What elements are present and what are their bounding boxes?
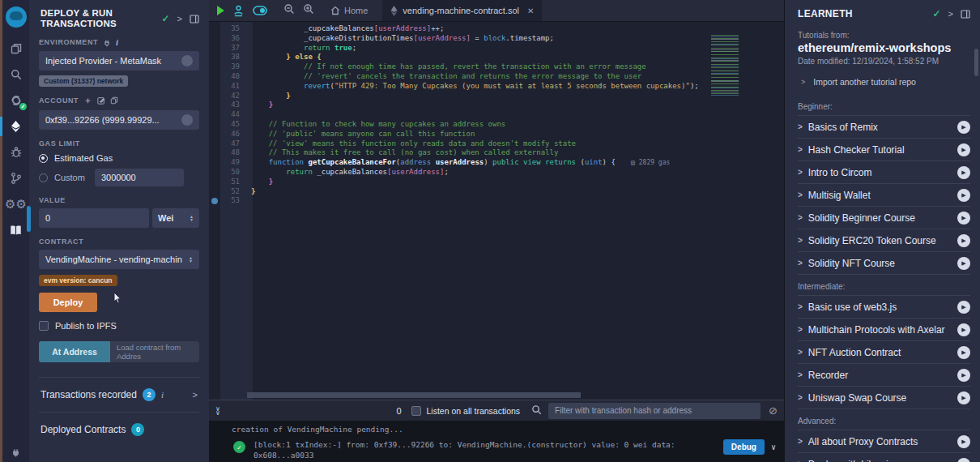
radio-estimated-gas[interactable]: [39, 154, 48, 163]
edit-account-icon[interactable]: [97, 96, 105, 105]
tutorial-item[interactable]: >Deploy with Libraries▶: [798, 453, 970, 462]
breakpoint-margin[interactable]: [209, 24, 220, 34]
deploy-run-icon[interactable]: [2, 113, 29, 139]
breakpoint-margin[interactable]: [209, 139, 220, 149]
account-select[interactable]: 0xf39...92266 (9999.99929...: [39, 110, 199, 130]
breakpoint-margin[interactable]: [209, 110, 220, 120]
solidity-compiler-icon[interactable]: ✓: [2, 88, 29, 113]
code-text[interactable]: // 'revert' cancels the transaction and …: [246, 72, 784, 82]
tutorial-item[interactable]: >All about Proxy Contracts▶: [798, 430, 970, 453]
play-icon[interactable]: ▶: [957, 346, 970, 359]
transactions-info-icon[interactable]: i: [161, 390, 164, 400]
code-text[interactable]: }: [246, 187, 784, 197]
line-number[interactable]: 42: [220, 92, 246, 101]
line-number[interactable]: 41: [220, 82, 246, 92]
code-text[interactable]: [246, 196, 784, 206]
play-icon[interactable]: ▶: [957, 166, 970, 179]
listen-all-checkbox[interactable]: [411, 406, 421, 416]
environment-info-icon[interactable]: i: [116, 37, 119, 47]
line-number[interactable]: 50: [220, 168, 246, 178]
code-text[interactable]: // 'public' means anyone can call this f…: [246, 130, 784, 139]
breakpoint-dot[interactable]: [211, 198, 218, 204]
code-text[interactable]: revert("HTTP 429: Too Many Cupcakes (you…: [246, 82, 784, 92]
publish-person-icon[interactable]: [232, 5, 245, 17]
at-address-input[interactable]: Load contract from Addres: [110, 341, 199, 362]
breakpoint-margin[interactable]: [209, 168, 220, 178]
expand-terminal-icon[interactable]: ∨∨: [215, 407, 220, 415]
file-explorer-icon[interactable]: [2, 36, 29, 62]
line-number[interactable]: 52: [220, 187, 246, 197]
line-number[interactable]: 35: [220, 24, 246, 34]
tutorial-item[interactable]: >Recorder▶: [798, 364, 970, 387]
home-tab[interactable]: Home: [322, 0, 376, 21]
breakpoint-margin[interactable]: [209, 34, 220, 44]
tutorial-item[interactable]: >Solidity NFT Course▶: [798, 252, 970, 275]
line-number[interactable]: 47: [220, 139, 246, 149]
plugin-connector-icon[interactable]: [2, 441, 29, 462]
remix-logo-icon[interactable]: [6, 6, 27, 28]
play-icon[interactable]: ▶: [957, 189, 970, 202]
publish-ipfs-checkbox[interactable]: [39, 321, 49, 331]
breakpoint-margin[interactable]: [209, 178, 220, 187]
contract-select[interactable]: VendingMachine - vending-machin ▲▼: [39, 250, 199, 269]
breakpoint-margin[interactable]: [209, 62, 220, 72]
play-icon[interactable]: ▶: [957, 369, 970, 382]
deployed-contracts-row[interactable]: Deployed Contracts 0: [39, 412, 199, 447]
breakpoint-margin[interactable]: [209, 158, 220, 168]
line-number[interactable]: 43: [220, 101, 246, 110]
tutorial-item[interactable]: >Intro to Circom▶: [798, 161, 970, 184]
panel-pin-icon[interactable]: [190, 15, 199, 24]
radio-custom-gas[interactable]: [39, 173, 48, 182]
search-icon[interactable]: [2, 62, 29, 88]
code-text[interactable]: _cupcakeBalances[userAddress]++;: [246, 24, 784, 34]
breakpoint-margin[interactable]: [209, 187, 220, 197]
breakpoint-margin[interactable]: [209, 120, 220, 130]
play-icon[interactable]: ▶: [957, 391, 970, 404]
minimap[interactable]: [711, 35, 739, 96]
line-number[interactable]: 36: [220, 34, 246, 44]
breakpoint-margin[interactable]: [209, 101, 220, 110]
panel-chevron-right-icon[interactable]: >: [177, 14, 182, 24]
tab-vending-machine-contract[interactable]: vending-machine-contract.sol ✕: [382, 0, 542, 21]
code-text[interactable]: _cupcakeDistributionTimes[userAddress] =…: [246, 34, 784, 44]
zoom-in-icon[interactable]: [303, 3, 314, 18]
play-icon[interactable]: ▶: [957, 257, 970, 270]
play-icon[interactable]: ▶: [957, 234, 970, 247]
zoom-out-icon[interactable]: [283, 3, 295, 18]
code-text[interactable]: // Function to check how many cupcakes a…: [246, 120, 784, 130]
deploy-button[interactable]: Deploy: [39, 293, 97, 312]
tutorial-item[interactable]: >Multichain Protocols with Axelar▶: [798, 319, 970, 341]
value-input[interactable]: 0: [39, 208, 149, 228]
line-number[interactable]: 44: [220, 110, 246, 120]
editor-horizontal-scrollbar[interactable]: [247, 392, 581, 398]
code-text[interactable]: [246, 110, 784, 120]
code-text[interactable]: // This makes it free to call (no gas co…: [246, 148, 784, 158]
terminal-filter-input[interactable]: Filter with transaction hash or address: [548, 403, 761, 419]
transactions-chevron-icon[interactable]: >: [193, 390, 198, 400]
breakpoint-margin[interactable]: [209, 148, 220, 158]
tutorial-item[interactable]: >NFT Auction Contract▶: [798, 341, 970, 364]
line-number[interactable]: 39: [220, 62, 246, 72]
play-icon[interactable]: ▶: [957, 212, 970, 225]
line-number[interactable]: 45: [220, 120, 246, 130]
stepper-arrows-icon[interactable]: ▲▼: [190, 215, 194, 221]
plugin-gears-icon[interactable]: ⚙⚙: [2, 191, 29, 217]
tutorial-item[interactable]: >Uniswap Swap Course▶: [798, 387, 970, 409]
tutorial-item[interactable]: >Solidity Beginner Course▶: [798, 207, 970, 229]
play-icon[interactable]: ▶: [957, 301, 970, 314]
tutorial-item[interactable]: >Multisig Wallet▶: [798, 184, 970, 207]
breakpoint-margin[interactable]: [209, 196, 220, 206]
learneth-chevron-right-icon[interactable]: >: [948, 9, 953, 19]
at-address-button[interactable]: At Address: [39, 341, 110, 362]
log-expand-chevron-icon[interactable]: ∨: [771, 443, 776, 451]
transactions-recorded-row[interactable]: Transactions recorded 2 i >: [39, 377, 199, 412]
code-text[interactable]: }: [246, 101, 784, 110]
code-text[interactable]: return _cupcakeBalances[userAddress];: [246, 168, 784, 178]
gas-estimated-option[interactable]: Estimated Gas: [39, 153, 199, 163]
line-number[interactable]: 40: [220, 72, 246, 82]
line-number[interactable]: 37: [220, 44, 246, 53]
clear-console-icon[interactable]: ⊘: [769, 404, 778, 417]
terminal-search-icon[interactable]: [531, 404, 542, 418]
line-number[interactable]: 53: [220, 196, 246, 206]
add-account-icon[interactable]: ＋: [83, 95, 92, 106]
